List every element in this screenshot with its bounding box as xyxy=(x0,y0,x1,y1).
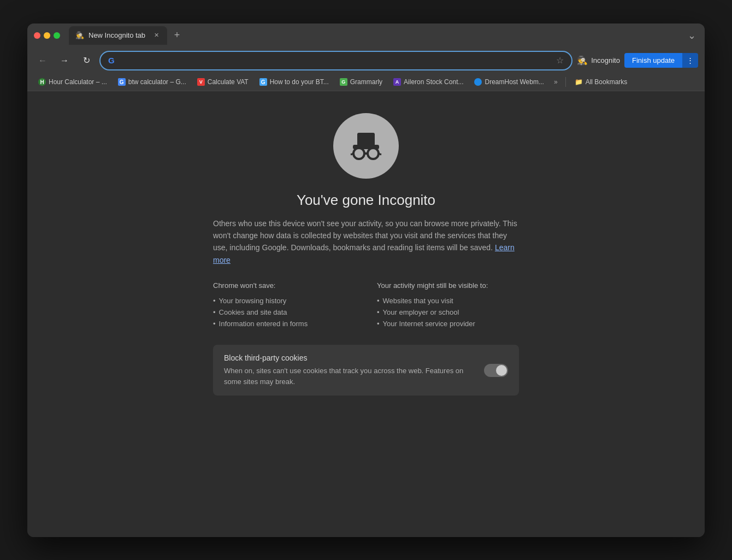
list-item-label: Information entered in forms xyxy=(219,320,308,328)
finish-update-menu-button[interactable]: ⋮ xyxy=(682,53,698,68)
bookmark-favicon-5: A xyxy=(393,78,401,86)
toggle-knob xyxy=(496,365,507,376)
chrome-wont-save-list: Your browsing history Cookies and site d… xyxy=(213,295,355,329)
still-visible-col: Your activity might still be visible to:… xyxy=(377,281,519,329)
new-tab-button[interactable]: + xyxy=(169,28,185,43)
incognito-avatar xyxy=(333,113,399,179)
still-visible-title: Your activity might still be visible to: xyxy=(377,281,519,290)
tab-menu-button[interactable]: ⌄ xyxy=(686,27,698,44)
finish-update-button[interactable]: Finish update xyxy=(624,53,682,68)
bookmark-item-1[interactable]: G btw calculator – G... xyxy=(114,77,191,87)
bookmark-item-2[interactable]: V Calculate VAT xyxy=(193,77,253,87)
svg-line-6 xyxy=(379,154,381,155)
list-item-label: Cookies and site data xyxy=(219,308,287,316)
list-item-label: Websites that you visit xyxy=(383,297,453,305)
cookies-description: When on, sites can't use cookies that tr… xyxy=(224,366,475,387)
bookmark-item-4[interactable]: G Grammarly xyxy=(335,77,387,87)
list-item: Your employer or school xyxy=(377,306,519,318)
bookmark-label-4: Grammarly xyxy=(350,78,382,86)
still-visible-list: Websites that you visit Your employer or… xyxy=(377,295,519,329)
svg-point-2 xyxy=(353,148,364,159)
list-item: Information entered in forms xyxy=(213,318,355,329)
browser-window: 🕵 New Incognito tab ✕ + ⌄ ← → ↻ G ☆ 🕵 In… xyxy=(27,23,705,537)
incognito-page: You've gone Incognito Others who use thi… xyxy=(213,113,519,396)
bookmark-item-3[interactable]: G How to do your BT... xyxy=(255,77,333,87)
bookmarks-more-icon: » xyxy=(554,78,558,86)
close-button[interactable] xyxy=(34,32,40,39)
bookmark-label-5: Aileron Stock Cont... xyxy=(404,78,463,86)
cookies-title: Block third-party cookies xyxy=(224,353,475,362)
bookmark-label-1: btw calculator – G... xyxy=(128,78,186,86)
maximize-button[interactable] xyxy=(54,32,60,39)
g-logo: G xyxy=(108,56,115,65)
address-bar[interactable]: G ☆ xyxy=(99,51,572,70)
cookies-toggle[interactable] xyxy=(484,364,508,377)
incognito-indicator: 🕵 Incognito xyxy=(577,55,620,66)
list-item: Websites that you visit xyxy=(377,295,519,306)
cookies-text: Block third-party cookies When on, sites… xyxy=(224,353,475,387)
chrome-wont-save-title: Chrome won't save: xyxy=(213,281,355,290)
bookmark-label-3: How to do your BT... xyxy=(270,78,329,86)
svg-line-5 xyxy=(351,154,353,155)
back-icon: ← xyxy=(38,56,47,66)
incognito-title: You've gone Incognito xyxy=(213,192,519,209)
all-bookmarks-button[interactable]: 📁 All Bookmarks xyxy=(570,77,632,87)
incognito-label: Incognito xyxy=(591,56,620,64)
bookmark-favicon-3: G xyxy=(259,78,267,86)
toolbar-right: 🕵 Incognito Finish update ⋮ xyxy=(577,53,698,68)
active-tab[interactable]: 🕵 New Incognito tab ✕ xyxy=(69,26,167,45)
incognito-description: Others who use this device won't see you… xyxy=(213,217,519,267)
tab-close-button[interactable]: ✕ xyxy=(152,31,161,40)
bookmark-favicon-1: G xyxy=(118,78,126,86)
tab-bar: 🕵 New Incognito tab ✕ + xyxy=(69,26,681,45)
traffic-lights xyxy=(34,32,60,39)
finish-update-container: Finish update ⋮ xyxy=(624,53,698,68)
incognito-svg-icon xyxy=(346,126,386,166)
svg-point-3 xyxy=(368,148,379,159)
refresh-button[interactable]: ↻ xyxy=(78,52,95,69)
bookmarks-folder-icon: 📁 xyxy=(575,78,583,86)
bookmark-favicon-2: V xyxy=(197,78,205,86)
main-content: You've gone Incognito Others who use thi… xyxy=(27,91,705,537)
refresh-icon: ↻ xyxy=(83,55,90,66)
incognito-icon: 🕵 xyxy=(577,55,588,66)
toolbar: ← → ↻ G ☆ 🕵 Incognito Finish update ⋮ xyxy=(27,48,705,74)
chrome-wont-save-col: Chrome won't save: Your browsing history… xyxy=(213,281,355,329)
bookmark-favicon-6 xyxy=(474,78,482,86)
bookmark-label-2: Calculate VAT xyxy=(208,78,249,86)
bookmarks-separator xyxy=(565,77,566,87)
all-bookmarks-label: All Bookmarks xyxy=(586,78,628,86)
list-item-label: Your Internet service provider xyxy=(383,320,475,328)
list-item-label: Your employer or school xyxy=(383,308,459,316)
minimize-button[interactable] xyxy=(44,32,50,39)
bookmark-favicon-0: H xyxy=(38,78,46,86)
bookmark-item-0[interactable]: H Hour Calculator – ... xyxy=(34,77,111,87)
bookmark-item-6[interactable]: DreamHost Webm... xyxy=(470,77,548,87)
cookies-box: Block third-party cookies When on, sites… xyxy=(213,345,519,396)
list-item-label: Your browsing history xyxy=(219,297,287,305)
title-bar: 🕵 New Incognito tab ✕ + ⌄ xyxy=(27,23,705,48)
bookmark-favicon-4: G xyxy=(340,78,347,86)
bookmark-label-0: Hour Calculator – ... xyxy=(49,78,107,86)
bookmark-label-6: DreamHost Webm... xyxy=(485,78,544,86)
tab-label: New Incognito tab xyxy=(88,31,147,39)
svg-rect-1 xyxy=(357,133,375,146)
bookmarks-more-button[interactable]: » xyxy=(551,77,561,87)
bookmark-star-icon[interactable]: ☆ xyxy=(556,55,564,66)
tab-favicon-icon: 🕵 xyxy=(75,31,84,40)
back-button[interactable]: ← xyxy=(34,52,51,69)
list-item: Your Internet service provider xyxy=(377,318,519,329)
bookmark-item-5[interactable]: A Aileron Stock Cont... xyxy=(389,77,468,87)
info-columns: Chrome won't save: Your browsing history… xyxy=(213,281,519,329)
forward-button[interactable]: → xyxy=(56,52,73,69)
address-input[interactable] xyxy=(119,56,552,65)
bookmarks-bar: H Hour Calculator – ... G btw calculator… xyxy=(27,74,705,91)
list-item: Cookies and site data xyxy=(213,306,355,318)
list-item: Your browsing history xyxy=(213,295,355,306)
forward-icon: → xyxy=(60,56,69,66)
